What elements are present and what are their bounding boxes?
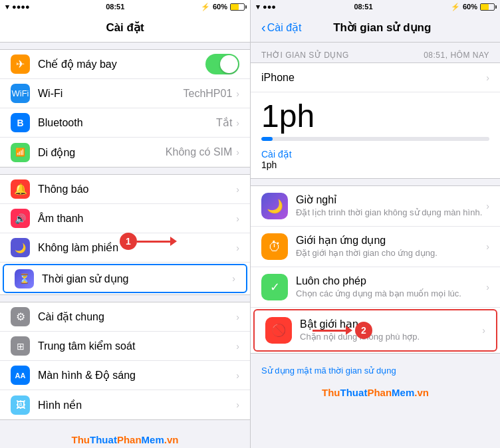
signal-icon: ●●●● <box>12 3 30 11</box>
bluetooth-value: Tắt <box>216 116 232 129</box>
batgioihan-subtitle: Chặn nội dung không phù hợp. <box>300 332 482 343</box>
toggle-knob <box>220 55 238 73</box>
left-status-icons: ▾ ●●●● <box>5 3 30 11</box>
battery-fill <box>231 4 239 10</box>
mobile-row[interactable]: 📶 Di động Không có SIM › <box>0 138 250 167</box>
features-section: 🌙 Giờ nghỉ Đặt lịch trình thời gian khôn… <box>251 185 500 354</box>
right-nav-title: Thời gian sử dụng <box>301 21 463 35</box>
donotdisturb-icon: 🌙 <box>11 238 30 257</box>
wifi-value: TechHP01 <box>184 88 233 100</box>
giohanan-subtitle: Đặt giới hạn thời gian cho ứng dụng. <box>296 248 486 259</box>
sounds-chevron: › <box>236 213 239 224</box>
luonchophep-row[interactable]: ✓ Luôn cho phép Chọn các ứng dụng mà bạn… <box>251 267 500 308</box>
wallpaper-icon: 🖼 <box>11 395 30 415</box>
usage-section-label: THỜI GIAN SỬ DỤNG <box>261 51 349 60</box>
batgioihan-row[interactable]: 🚫 Bật giới hạn Chặn nội dung không phù h… <box>253 309 497 352</box>
gionghi-row[interactable]: 🌙 Giờ nghỉ Đặt lịch trình thời gian khôn… <box>251 186 500 227</box>
progress-bar-fill <box>261 137 273 141</box>
usage-section-header: THỜI GIAN SỬ DỤNG 08:51, Hôm nay <box>251 43 500 62</box>
control-row[interactable]: ⊞ Trung tâm kiểm soát › <box>0 332 250 361</box>
connectivity-section: ✈ Chế độ máy bay WiFi Wi-Fi TechHP01 › B… <box>0 49 250 168</box>
usage-section: iPhone › 1ph Cài đặt 1ph <box>251 62 500 179</box>
display-row[interactable]: AA Màn hình & Độ sáng › <box>0 361 250 390</box>
wifi-icon: WiFi <box>11 84 30 103</box>
wifi-row[interactable]: WiFi Wi-Fi TechHP01 › <box>0 79 250 108</box>
wallpaper-chevron: › <box>236 399 239 410</box>
left-status-bar: ▾ ●●●● 08:51 ⚡ 60% <box>0 0 250 13</box>
luonchophep-icon: ✓ <box>261 274 288 300</box>
right-status-left: ▾ ●●● <box>256 3 276 11</box>
mobile-chevron: › <box>236 147 239 158</box>
cai-dat-label: Cài đặt <box>251 146 500 160</box>
donotdisturb-chevron: › <box>236 243 239 253</box>
gionghi-icon: 🌙 <box>261 193 288 219</box>
notifications-label: Thông báo <box>38 183 236 195</box>
bluetooth-row[interactable]: B Bluetooth Tắt › <box>0 108 250 138</box>
right-time: 08:51 <box>354 3 372 11</box>
general-chevron: › <box>236 312 239 322</box>
right-watermark: ThuThuatPhanMem.vn <box>251 387 500 398</box>
time-display-container: 1ph Cài đặt 1ph <box>251 92 500 178</box>
batgioihan-title: Bật giới hạn <box>300 318 482 330</box>
left-panel: ▾ ●●●● 08:51 ⚡ 60% Cài đặt ✈ Chế độ máy … <box>0 0 250 448</box>
wallpaper-label: Hình nền <box>38 399 236 411</box>
settings-list: ✈ Chế độ máy bay WiFi Wi-Fi TechHP01 › B… <box>0 43 250 448</box>
bluetooth-label: Bluetooth <box>38 117 216 129</box>
notifications-chevron: › <box>236 184 239 195</box>
airplane-icon: ✈ <box>11 55 30 74</box>
giohanan-title: Giới hạn ứng dụng <box>296 234 486 247</box>
gionghi-chevron: › <box>486 201 489 211</box>
watermark: ThuThuatPhanMem.vn <box>0 434 250 445</box>
sounds-label: Âm thanh <box>38 213 236 225</box>
general-section: ⚙ Cài đặt chung › ⊞ Trung tâm kiểm soát … <box>0 302 250 420</box>
usage-section-date: 08:51, Hôm nay <box>424 51 489 60</box>
screentime-row[interactable]: ⏳ Thời gian sử dụng › <box>3 264 247 293</box>
right-bolt-icon: ⚡ <box>451 3 460 11</box>
right-nav-header: ‹ Cài đặt Thời gian sử dụng <box>251 13 500 43</box>
iphone-row[interactable]: iPhone › <box>251 63 500 92</box>
airplane-row[interactable]: ✈ Chế độ máy bay <box>0 50 250 79</box>
wifi-status-icon: ▾ <box>5 3 9 11</box>
left-nav-title: Cài đặt <box>106 21 144 35</box>
back-button[interactable]: ‹ Cài đặt <box>261 20 301 35</box>
gionghi-text: Giờ nghỉ Đặt lịch trình thời gian không … <box>296 193 486 219</box>
general-label: Cài đặt chung <box>38 310 236 323</box>
display-chevron: › <box>236 370 239 381</box>
right-battery-area: ⚡ 60% <box>451 3 495 11</box>
right-panel: ▾ ●●● 08:51 ⚡ 60% ‹ Cài đặt Thời gian sử… <box>250 0 500 448</box>
giohanan-icon: ⏱ <box>261 233 288 260</box>
sounds-icon: 🔊 <box>11 209 30 228</box>
batgioihan-chevron: › <box>482 325 485 336</box>
mobile-icon: 📶 <box>11 143 30 162</box>
airplane-toggle[interactable] <box>205 54 239 74</box>
sounds-row[interactable]: 🔊 Âm thanh › <box>0 204 250 233</box>
gionghi-subtitle: Đặt lịch trình thời gian không sử dụng m… <box>296 207 486 219</box>
wifi-chevron: › <box>236 88 239 99</box>
right-watermark-area: ThuThuatPhanMem.vn <box>251 384 500 403</box>
battery-pct: 60% <box>213 3 227 11</box>
left-nav-header: Cài đặt <box>0 13 250 43</box>
screentime-label: Thời gian sử dụng <box>42 273 232 285</box>
display-label: Màn hình & Độ sáng <box>38 369 236 382</box>
batgioihan-text: Bật giới hạn Chặn nội dung không phù hợp… <box>300 318 482 343</box>
notifications-row[interactable]: 🔔 Thông báo › <box>0 175 250 204</box>
cai-dat-sub: 1ph <box>251 160 500 175</box>
notifications-icon: 🔔 <box>11 179 30 199</box>
gionghi-title: Giờ nghỉ <box>296 193 486 206</box>
bluetooth-icon: B <box>11 113 30 132</box>
wallpaper-row[interactable]: 🖼 Hình nền › <box>0 390 250 419</box>
batgioihan-icon: 🚫 <box>265 317 292 344</box>
back-chevron-icon: ‹ <box>261 20 266 35</box>
screentime-chevron: › <box>232 273 235 284</box>
luonchophep-subtitle: Chọn các ứng dụng mà bạn muốn mọi lúc. <box>296 288 486 300</box>
general-row[interactable]: ⚙ Cài đặt chung › <box>0 302 250 332</box>
giohanan-chevron: › <box>486 241 489 252</box>
notifications-section: 🔔 Thông báo › 🔊 Âm thanh › 🌙 Không làm p… <box>0 174 250 295</box>
mobile-value: Không có SIM <box>166 146 233 158</box>
screentime-icon: ⏳ <box>15 269 34 288</box>
giohanan-row[interactable]: ⏱ Giới hạn ứng dụng Đặt giới hạn thời gi… <box>251 227 500 267</box>
right-battery-fill <box>481 4 489 10</box>
right-battery-pct: 60% <box>463 3 477 11</box>
donotdisturb-row[interactable]: 🌙 Không làm phiền › <box>0 233 250 263</box>
control-icon: ⊞ <box>11 336 30 356</box>
